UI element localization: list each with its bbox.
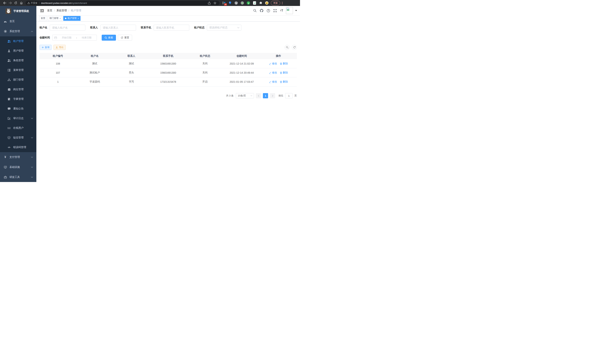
browser-update-button[interactable]: 更新: [271, 1, 280, 5]
close-icon[interactable]: ×: [77, 17, 79, 19]
tenant-name-input[interactable]: [50, 25, 85, 31]
sidebar-item-error-code[interactable]: </> 错误码管理: [0, 142, 36, 152]
github-icon[interactable]: [259, 8, 264, 13]
search-icon: [105, 37, 107, 39]
delete-link[interactable]: 删除: [280, 80, 288, 84]
sidebar-item-home[interactable]: 首页: [0, 16, 36, 26]
avatar-broken-image[interactable]: [286, 7, 293, 14]
delete-link[interactable]: 删除: [280, 62, 288, 65]
edit-link[interactable]: 修改: [269, 71, 277, 75]
sidebar-item-audit-log[interactable]: 审计日志: [0, 113, 36, 123]
yen-icon: ¥: [4, 156, 7, 159]
sidebar: 芋道管理系统 首页 系统管理: [0, 6, 36, 182]
search-circle-icon[interactable]: [285, 45, 290, 50]
calendar-icon: [54, 36, 57, 39]
mobile-input[interactable]: [154, 25, 189, 31]
navbar: 首页 / 系统管理 / 租户管理: [36, 6, 300, 15]
sidebar-item-post[interactable]: 岗位管理: [0, 84, 36, 94]
warning-icon: [28, 2, 30, 4]
page-size-select[interactable]: 10条/页: [236, 93, 254, 98]
tab-dept[interactable]: 部门管理 ×: [48, 16, 62, 21]
breadcrumb-system[interactable]: 系统管理: [56, 9, 67, 12]
sidebar-item-pay[interactable]: ¥ 支付管理: [0, 152, 36, 162]
sidebar-item-dict[interactable]: 字典管理: [0, 94, 36, 104]
add-button[interactable]: 新增: [39, 45, 52, 50]
breadcrumb-home[interactable]: 首页: [47, 9, 52, 12]
prev-page-button[interactable]: [256, 93, 261, 98]
app-title: 芋道管理系统: [13, 9, 29, 13]
tab-tenant[interactable]: 租户管理 ×: [63, 16, 80, 21]
search-button-label: 搜索: [108, 36, 113, 39]
font-size-icon[interactable]: TT: [279, 8, 284, 13]
code-icon: </>: [7, 146, 10, 149]
sidebar-item-user[interactable]: 用户管理: [0, 46, 36, 56]
sidebar-item-tenant[interactable]: 租户管理: [0, 36, 36, 46]
trash-icon: [280, 63, 282, 65]
reset-button[interactable]: 重置: [118, 35, 132, 41]
sidebar-item-infra[interactable]: 基础设施: [0, 162, 36, 172]
extension-y-icon[interactable]: y: [247, 1, 250, 5]
sidebar-item-menu[interactable]: 菜单管理: [0, 65, 36, 75]
reload-icon[interactable]: [13, 0, 19, 5]
close-icon[interactable]: ×: [60, 17, 61, 19]
next-page-button[interactable]: [270, 93, 275, 98]
edit-link[interactable]: 修改: [269, 62, 277, 65]
sidebar-item-devtools[interactable]: 研发工具: [0, 172, 36, 182]
tab-label: 租户管理: [67, 17, 76, 20]
bookmark-star-icon[interactable]: [212, 1, 218, 5]
chevron-down-icon: [31, 177, 33, 178]
extensions-puzzle-icon[interactable]: [259, 1, 262, 5]
edit-pencil-icon: [269, 63, 272, 65]
share-icon[interactable]: [206, 1, 212, 5]
home-icon[interactable]: [19, 0, 24, 5]
extension-gray-green-dot-icon[interactable]: [240, 1, 244, 5]
org-chart-icon: [7, 78, 10, 82]
search-icon[interactable]: [253, 8, 257, 13]
chevron-down-icon: [31, 118, 33, 119]
edit-link[interactable]: 修改: [269, 80, 277, 84]
breadcrumb-separator: /: [68, 9, 69, 12]
sidebar-item-label: 通知公告: [13, 107, 24, 110]
export-button[interactable]: 导出: [53, 45, 66, 50]
cell-mobile: 15601691300: [150, 59, 187, 68]
fullscreen-icon[interactable]: [272, 8, 277, 13]
date-range-separator: -: [76, 36, 77, 39]
tenant-users-icon: [7, 40, 10, 43]
cell-actions: 修改 删除: [260, 68, 297, 77]
sidebar-item-role[interactable]: 角色管理: [0, 56, 36, 65]
sidebar-fold-icon[interactable]: [39, 8, 45, 13]
sidebar-item-dept[interactable]: 部门管理: [0, 75, 36, 84]
goto-page-input[interactable]: [285, 93, 293, 98]
search-button[interactable]: 搜索: [102, 35, 116, 41]
refresh-circle-icon[interactable]: [292, 45, 297, 50]
url-host: dashboard.yudao.iocoder.cn: [41, 2, 71, 4]
page-number-button[interactable]: 1: [263, 93, 268, 98]
status-select[interactable]: 请选择租户状态: [207, 25, 241, 31]
sidebar-item-notice[interactable]: 通知公告: [0, 104, 36, 113]
extension-green-doc-icon[interactable]: [253, 1, 256, 5]
extension-balloon-icon[interactable]: [228, 1, 232, 5]
sidebar-item-online-users[interactable]: 在线用户: [0, 123, 36, 133]
trash-icon: [280, 81, 282, 83]
delete-link[interactable]: 删除: [280, 71, 288, 75]
extension-grid-diamond-icon[interactable]: 10: [222, 1, 226, 5]
menu-kebab-icon[interactable]: [282, 2, 282, 4]
profile-avatar[interactable]: [265, 1, 269, 5]
help-icon[interactable]: [266, 8, 271, 13]
contact-input[interactable]: [100, 25, 136, 31]
sidebar-item-sms[interactable]: 短信管理: [0, 133, 36, 142]
forward-icon[interactable]: [7, 0, 13, 5]
extension-command-icon[interactable]: [234, 1, 238, 5]
download-icon: [56, 46, 58, 48]
create-time-range-picker[interactable]: 开始日期 - 结束日期: [52, 35, 97, 41]
sidebar-item-label: 菜单管理: [13, 68, 24, 72]
tab-home[interactable]: 首页: [39, 16, 47, 21]
app-logo-row[interactable]: 芋道管理系统: [0, 6, 36, 16]
url-bar[interactable]: 不安全 dashboard.yudao.iocoder.cn/system/te…: [26, 1, 219, 5]
chevron-left-icon: [258, 95, 259, 97]
sidebar-item-system[interactable]: 系统管理: [0, 26, 36, 36]
end-date-placeholder: 结束日期: [78, 36, 95, 39]
site-security[interactable]: 不安全: [28, 1, 38, 5]
dropdown-caret-icon[interactable]: [295, 10, 297, 11]
back-icon[interactable]: [2, 0, 7, 5]
